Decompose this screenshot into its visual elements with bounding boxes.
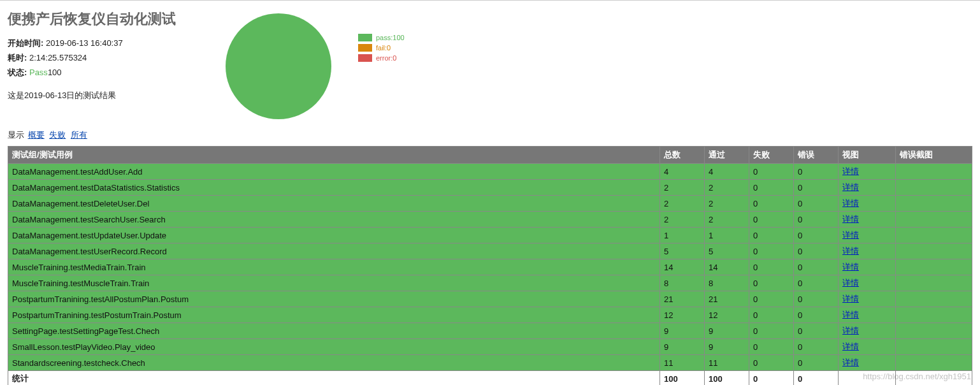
results-table: 测试组/测试用例 总数 通过 失败 错误 视图 错误截图 DataManagem… (8, 146, 972, 385)
cell-view: 详情 (839, 243, 896, 259)
cell-pass: 21 (705, 291, 749, 307)
table-row: DataManagement.testUserRecord.Record5500… (8, 243, 972, 259)
cell-fail: 0 (749, 196, 794, 212)
cell-error: 0 (794, 164, 839, 180)
cell-pass: 1 (705, 228, 749, 243)
cell-screenshot (896, 243, 972, 259)
cell-pass: 4 (705, 164, 749, 180)
cell-fail: 0 (749, 259, 794, 275)
th-pass: 通过 (705, 147, 749, 164)
cell-screenshot (896, 164, 972, 180)
detail-link[interactable]: 详情 (842, 198, 859, 208)
filter-bar: 显示 概要 失败 所有 (8, 129, 972, 141)
cell-pass: 2 (705, 212, 749, 228)
cell-name: DataManagement.testSearchUser.Search (8, 212, 660, 228)
cell-error: 0 (794, 228, 839, 243)
cell-error: 0 (794, 339, 839, 355)
table-row: DataManagement.testDeleteUser.Del2200详情 (8, 196, 972, 212)
table-row: PostpartumTranining.testPostumTrain.Post… (8, 307, 972, 323)
cell-total: 21 (660, 291, 705, 307)
filter-failed-link[interactable]: 失败 (49, 130, 66, 140)
cell-screenshot (896, 212, 972, 228)
cell-screenshot (896, 180, 972, 196)
cell-total: 9 (660, 339, 705, 355)
start-time-label: 开始时间: (8, 38, 43, 48)
table-row: MuscleTraining.testMediaTrain.Train14140… (8, 259, 972, 275)
detail-link[interactable]: 详情 (842, 294, 859, 303)
table-row: SmallLesson.testPlayVideo.Play_video9900… (8, 339, 972, 355)
cell-error: 0 (794, 180, 839, 196)
cell-total: 2 (660, 196, 705, 212)
detail-link[interactable]: 详情 (842, 230, 859, 240)
cell-fail: 0 (749, 355, 794, 371)
detail-link[interactable]: 详情 (842, 326, 859, 335)
table-row: SettingPage.testSettingPageTest.Chech990… (8, 323, 972, 339)
svg-point-0 (226, 13, 331, 119)
detail-link[interactable]: 详情 (842, 246, 859, 256)
cell-total-total: 100 (660, 371, 705, 386)
cell-name: DataManagement.testDeleteUser.Del (8, 196, 660, 212)
filter-summary-link[interactable]: 概要 (28, 130, 45, 140)
cell-fail: 0 (749, 164, 794, 180)
cell-total: 14 (660, 259, 705, 275)
report-title: 便携产后恢复仪自动化测试 (8, 10, 199, 29)
cell-name: MuscleTraining.testMuscleTrain.Train (8, 275, 660, 291)
table-total-row: 统计10010000 (8, 371, 972, 386)
duration-label: 耗时: (8, 53, 27, 62)
detail-link[interactable]: 详情 (842, 310, 859, 319)
detail-link[interactable]: 详情 (842, 214, 859, 224)
legend-fail-swatch (358, 44, 372, 52)
cell-view: 详情 (839, 196, 896, 212)
detail-link[interactable]: 详情 (842, 342, 859, 351)
cell-total: 8 (660, 275, 705, 291)
legend-fail-label: fail:0 (376, 44, 391, 52)
cell-pass: 11 (705, 355, 749, 371)
cell-view: 详情 (839, 212, 896, 228)
cell-name: DataManagement.testUserRecord.Record (8, 243, 660, 259)
cell-total-pass: 100 (705, 371, 749, 386)
cell-pass: 9 (705, 323, 749, 339)
cell-error: 0 (794, 355, 839, 371)
detail-link[interactable]: 详情 (842, 166, 859, 176)
cell-view: 详情 (839, 180, 896, 196)
detail-link[interactable]: 详情 (842, 182, 859, 192)
cell-fail: 0 (749, 228, 794, 243)
cell-view: 详情 (839, 323, 896, 339)
th-fail: 失败 (749, 147, 794, 164)
start-time-value: 2019-06-13 16:40:37 (46, 38, 123, 48)
cell-fail: 0 (749, 275, 794, 291)
result-pie-chart (224, 12, 333, 120)
detail-link[interactable]: 详情 (842, 278, 859, 287)
status-pass-text: Pass (29, 68, 48, 77)
cell-view: 详情 (839, 259, 896, 275)
cell-error: 0 (794, 275, 839, 291)
duration-value: 2:14:25.575324 (29, 53, 87, 62)
pie-legend: pass:100 fail:0 error:0 (358, 12, 405, 64)
cell-error: 0 (794, 196, 839, 212)
cell-pass: 8 (705, 275, 749, 291)
cell-pass: 2 (705, 196, 749, 212)
table-row: DataManagement.testAddUser.Add4400详情 (8, 164, 972, 180)
detail-link[interactable]: 详情 (842, 358, 859, 367)
filter-all-link[interactable]: 所有 (71, 130, 87, 140)
cell-view: 详情 (839, 275, 896, 291)
detail-link[interactable]: 详情 (842, 262, 859, 272)
legend-error-label: error:0 (376, 54, 396, 62)
table-row: DataManagement.testSearchUser.Search2200… (8, 212, 972, 228)
cell-total: 11 (660, 355, 705, 371)
cell-view: 详情 (839, 291, 896, 307)
cell-pass: 14 (705, 259, 749, 275)
cell-view: 详情 (839, 355, 896, 371)
status-count: 100 (48, 68, 62, 77)
cell-view: 详情 (839, 339, 896, 355)
cell-name: DataManagement.testUpdateUser.Update (8, 228, 660, 243)
cell-view: 详情 (839, 164, 896, 180)
cell-pass: 2 (705, 180, 749, 196)
th-view: 视图 (839, 147, 896, 164)
cell-total: 2 (660, 180, 705, 196)
filter-prefix: 显示 (8, 130, 24, 140)
cell-pass: 12 (705, 307, 749, 323)
cell-name: SettingPage.testSettingPageTest.Chech (8, 323, 660, 339)
cell-total-view (839, 371, 896, 386)
cell-total: 4 (660, 164, 705, 180)
